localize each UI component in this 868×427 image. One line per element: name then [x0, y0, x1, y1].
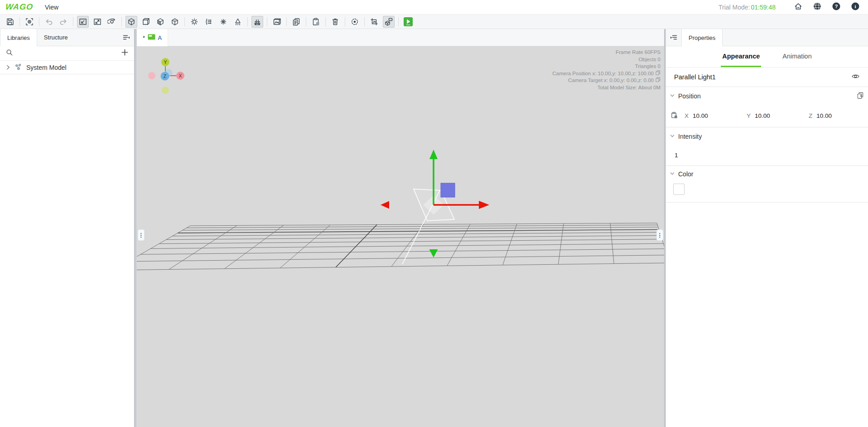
view-cube-front-button[interactable]	[140, 16, 152, 28]
tab-appearance[interactable]: Appearance	[721, 46, 761, 67]
right-panel-drag-handle[interactable]: ⋮	[656, 229, 663, 241]
scene-icon	[148, 34, 155, 41]
paste-values-icon[interactable]	[670, 112, 678, 121]
annotation-button[interactable]	[383, 16, 395, 28]
view-cube-perspective-button[interactable]	[125, 16, 137, 28]
chevron-down-icon	[670, 92, 675, 100]
svg-text:?: ?	[835, 4, 838, 9]
gizmo-x-label: X	[178, 73, 182, 78]
copy-icon[interactable]	[656, 77, 661, 84]
capture-view-button[interactable]	[24, 16, 35, 28]
target-point-button[interactable]	[349, 16, 361, 28]
menubar: WAGO View Trial Mode: 01:59:48 ? i	[0, 0, 868, 15]
position-y-value[interactable]: 10.00	[755, 112, 770, 119]
color-swatch[interactable]	[673, 184, 685, 195]
trial-mode-timer: Trial Mode: 01:59:48	[719, 4, 776, 11]
info-icon[interactable]: i	[851, 2, 860, 13]
undo-button[interactable]	[43, 16, 55, 28]
chevron-down-icon	[670, 170, 675, 178]
position-z-value[interactable]: 10.00	[816, 112, 832, 119]
position-x-field[interactable]: X 10.00	[678, 112, 740, 119]
copy-button[interactable]	[290, 16, 302, 28]
section-color-header[interactable]: Color	[666, 166, 868, 182]
axis-right-arrow	[479, 201, 489, 209]
fit-view-button[interactable]	[77, 16, 89, 28]
delete-button[interactable]	[329, 16, 341, 28]
parallel-light-object[interactable]	[441, 183, 455, 197]
object-name-row: Parallel Light1	[666, 68, 868, 87]
parallel-light-button[interactable]	[203, 16, 215, 28]
screenshot-button[interactable]	[368, 16, 380, 28]
collapse-panel-icon[interactable]	[666, 29, 681, 46]
zoom-extents-button[interactable]	[92, 16, 103, 28]
viewport-stats: Frame Rate 60FPS Objects 0 Triangles 0 C…	[552, 49, 661, 91]
view-cube-back-button[interactable]	[169, 16, 181, 28]
wago-logo: WAGO	[5, 2, 34, 12]
viewport: * A	[137, 29, 664, 427]
properties-panel: Properties Appearance Animation Parallel…	[666, 29, 868, 427]
section-intensity-header[interactable]: Intensity	[666, 127, 868, 145]
color-value-row	[666, 182, 868, 203]
section-position-header[interactable]: Position	[666, 87, 868, 105]
point-light-button[interactable]	[188, 16, 200, 28]
orbit-button[interactable]	[106, 16, 118, 28]
menu-view[interactable]: View	[45, 4, 58, 11]
tab-libraries[interactable]: Libraries	[0, 29, 37, 46]
chevron-right-icon[interactable]	[5, 64, 10, 71]
scene-tab-a[interactable]: * A	[137, 29, 168, 46]
view-cube-shaded-button[interactable]	[154, 16, 166, 28]
stat-camera-position: Camera Position x: 10.00,y: 10.00,z: 100…	[552, 70, 654, 78]
left-panel-body	[0, 74, 134, 427]
tab-animation[interactable]: Animation	[781, 46, 813, 67]
position-values-row: X 10.00 Y 10.00 Z 10.00	[666, 105, 868, 127]
axis-down-arrow	[429, 249, 438, 257]
stat-camera-target: Camera Target x: 0.00,y: 0.00,z: 0.00	[568, 77, 654, 84]
gizmo-neg-y	[162, 87, 169, 94]
tab-properties[interactable]: Properties	[681, 29, 723, 46]
help-icon[interactable]: ?	[832, 2, 841, 13]
panel-menu-icon[interactable]	[119, 29, 134, 46]
home-icon[interactable]	[794, 2, 803, 13]
section-intensity-label: Intensity	[678, 133, 702, 140]
position-x-value[interactable]: 10.00	[693, 112, 708, 119]
intensity-value[interactable]: 1	[675, 152, 678, 159]
cone-light-button[interactable]	[232, 16, 244, 28]
skybox-button[interactable]	[271, 16, 283, 28]
left-panel-drag-handle[interactable]: ⋮	[138, 229, 145, 241]
unsaved-indicator: *	[143, 34, 145, 41]
properties-tabstrip: Properties	[666, 29, 868, 46]
position-y-field[interactable]: Y 10.00	[740, 112, 802, 119]
toolbar	[0, 15, 868, 29]
paste-button[interactable]	[310, 16, 322, 28]
ground-grid	[137, 223, 664, 270]
library-search-row	[0, 46, 134, 61]
svg-text:i: i	[854, 4, 856, 9]
object-name: Parallel Light1	[674, 73, 716, 81]
redo-button[interactable]	[58, 16, 69, 28]
gizmo-y-label: Y	[164, 59, 167, 65]
trial-mode-time: 01:59:48	[751, 4, 776, 11]
grid-toggle-button[interactable]	[251, 16, 263, 28]
tree-item-system-model[interactable]: System Model	[0, 61, 134, 74]
position-z-field[interactable]: Z 10.00	[802, 112, 864, 119]
3d-scene: Y X Z	[137, 46, 664, 427]
tab-structure[interactable]: Structure	[37, 29, 75, 46]
properties-subtabs: Appearance Animation	[666, 46, 868, 68]
globe-icon[interactable]	[813, 2, 822, 13]
copy-values-icon[interactable]	[857, 92, 864, 101]
copy-icon[interactable]	[656, 70, 661, 78]
left-panel-tabs: Libraries Structure	[0, 29, 134, 46]
spot-light-button[interactable]	[217, 16, 229, 28]
add-library-button[interactable]	[121, 49, 129, 58]
3d-canvas[interactable]: Y X Z Frame Rate 60FPS Objects 0 Triangl…	[137, 46, 664, 427]
properties-panel-body	[666, 203, 868, 427]
run-simulation-button[interactable]	[402, 16, 414, 28]
visibility-eye-icon[interactable]	[851, 72, 860, 82]
position-z-label: Z	[809, 112, 812, 119]
search-icon[interactable]	[5, 49, 13, 58]
save-button[interactable]	[4, 16, 16, 28]
orientation-gizmo[interactable]: Y X Z	[148, 58, 184, 94]
section-position-label: Position	[678, 92, 701, 100]
position-x-label: X	[685, 112, 689, 119]
trial-mode-label: Trial Mode:	[719, 4, 750, 11]
